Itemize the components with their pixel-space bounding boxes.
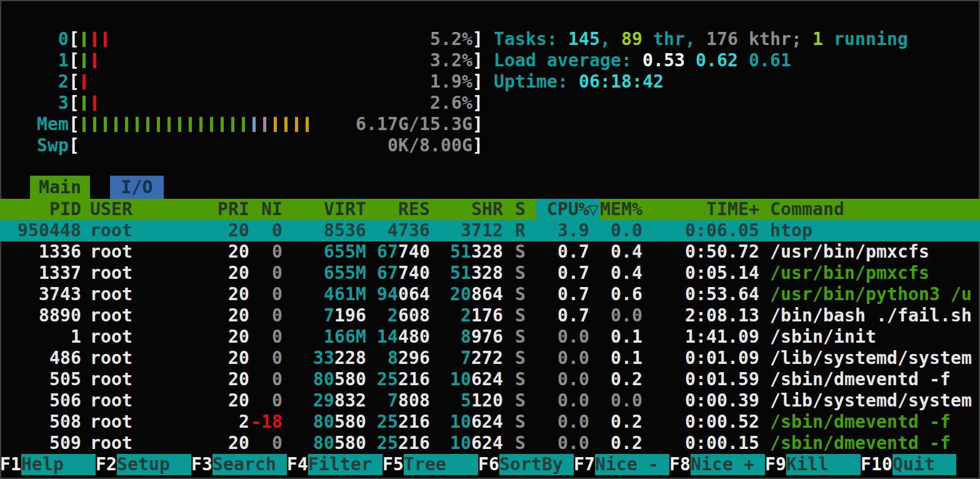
column-header-virt[interactable]: VIRT: [324, 199, 366, 220]
cell-ni: 0: [272, 369, 282, 390]
cell-virt: 80580: [313, 369, 366, 390]
process-row[interactable]: 509root200805802521610624S0.00.20:00.15/…: [0, 433, 980, 454]
column-header-pri[interactable]: PRI: [218, 199, 249, 220]
column-header-pid[interactable]: PID: [49, 199, 81, 220]
text-segment: thr: [642, 29, 685, 49]
cell-user: root: [90, 369, 132, 390]
memory-meter: Mem[6.17G/15.3G]: [0, 114, 980, 135]
cell-cmd: /sbin/dmeventd -f: [770, 433, 951, 454]
column-header-ni[interactable]: NI: [261, 199, 282, 220]
cell-mem: 0.2: [611, 411, 642, 433]
text-segment: 216: [398, 411, 430, 432]
cell-shr: 20864: [450, 284, 503, 305]
column-header-res[interactable]: RES: [398, 199, 430, 220]
text-segment: 3712: [461, 220, 503, 241]
cell-shr: 7272: [461, 348, 503, 369]
cell-user: root: [90, 433, 132, 454]
cell-pid: 505: [49, 369, 81, 390]
text-segment: 461M: [324, 284, 366, 305]
process-row[interactable]: 950448root200853647363712R3.90.00:06.05h…: [0, 220, 980, 241]
fkey-f4[interactable]: F4: [287, 454, 308, 475]
process-row[interactable]: 486root2003322882967272S0.00.10:01.09/li…: [0, 348, 980, 369]
fkey-label-help[interactable]: Help: [21, 454, 96, 475]
fkey-f5[interactable]: F5: [382, 454, 404, 475]
process-row[interactable]: 1336root200655M6774051328S0.70.40:50.72/…: [0, 241, 980, 263]
cell-cpu: 0.7: [558, 305, 589, 326]
cell-cpu: 0.7: [558, 284, 589, 305]
cell-cpu: 0.0: [558, 411, 589, 433]
cell-pri: 20: [228, 390, 249, 411]
fkey-f6[interactable]: F6: [478, 454, 499, 475]
column-header-cpu[interactable]: CPU%: [547, 199, 589, 220]
column-header-time[interactable]: TIME+: [706, 199, 759, 220]
text-segment: 0.53: [642, 50, 696, 71]
cell-res: 4736: [388, 220, 430, 241]
process-row[interactable]: 8890root200719626082176S0.70.02:08.13/bi…: [0, 305, 980, 326]
text-segment: 0:05.14: [685, 263, 759, 283]
cell-time: 2:08.13: [685, 305, 759, 326]
tab-main[interactable]: Main: [30, 176, 90, 199]
cell-user: root: [90, 220, 132, 241]
fkey-label-sortby[interactable]: SortBy: [499, 454, 574, 475]
fkey-f10[interactable]: F10: [861, 454, 892, 475]
cell-pid: 950448: [18, 220, 81, 241]
fkey-label-tree[interactable]: Tree: [404, 454, 478, 475]
text-segment: 1: [71, 326, 81, 347]
text-segment: S: [515, 241, 526, 262]
process-row[interactable]: 505root200805802521610624S0.00.20:01.59/…: [0, 369, 980, 390]
column-header-mem[interactable]: MEM%: [600, 199, 642, 220]
text-segment: 20: [228, 348, 249, 368]
process-row[interactable]: 1337root200655M6774051328S0.70.40:05.14/…: [0, 263, 980, 284]
meter-tick-green: [199, 117, 202, 132]
text-segment: 740: [398, 263, 430, 283]
meter-tick-green: [104, 117, 107, 132]
cell-time: 0:06.05: [685, 220, 759, 241]
text-segment: 740: [398, 241, 430, 262]
fkey-label-setup[interactable]: Setup: [117, 454, 191, 475]
process-row[interactable]: 508root2-18805802521610624S0.00.20:00.52…: [0, 411, 980, 433]
column-header-cmd[interactable]: Command: [770, 199, 844, 220]
text-segment: 0.7: [558, 284, 589, 305]
meter-tick-green: [242, 117, 245, 132]
cell-user: root: [90, 263, 132, 284]
fkey-label-kill[interactable]: Kill: [786, 454, 861, 475]
tab-io[interactable]: I/O: [110, 176, 164, 199]
fkey-f3[interactable]: F3: [191, 454, 212, 475]
fkey-label-nice[interactable]: Nice +: [691, 454, 765, 475]
text-segment: root: [90, 305, 132, 326]
fkey-label-search[interactable]: Search: [212, 454, 287, 475]
text-segment: /lib/systemd/system: [770, 348, 972, 368]
column-header-user[interactable]: USER: [90, 199, 132, 220]
meter-open-bracket: [: [69, 93, 79, 114]
fkey-f7[interactable]: F7: [574, 454, 595, 475]
fkey-f1[interactable]: F1: [0, 454, 21, 475]
fkey-f2[interactable]: F2: [96, 454, 117, 475]
cell-user: root: [90, 390, 132, 411]
fkey-f9[interactable]: F9: [765, 454, 786, 475]
fkey-f8[interactable]: F8: [669, 454, 691, 475]
meter-tick-green: [82, 117, 86, 132]
cell-time: 1:41.09: [685, 326, 759, 348]
text-segment: 0.7: [558, 241, 589, 262]
text-segment: root: [90, 390, 132, 411]
cpu-meter-3: 3[2.6%]: [0, 93, 980, 114]
fkey-label-quit[interactable]: Quit: [892, 454, 956, 475]
fkey-label-nice[interactable]: Nice -: [595, 454, 669, 475]
process-row[interactable]: 3743root200461M9406420864S0.70.60:53.64/…: [0, 284, 980, 305]
meter-close-bracket: ]: [472, 93, 483, 114]
text-segment: 1337: [39, 263, 81, 283]
process-row[interactable]: 1root200166M144808976S0.00.11:41.09/sbin…: [0, 326, 980, 348]
text-segment: 0.0: [558, 326, 589, 347]
text-segment: 506: [49, 390, 81, 411]
process-row[interactable]: 506root2002983278085120S0.00.00:00.39/li…: [0, 390, 980, 411]
cell-res: 25216: [377, 369, 430, 390]
text-segment: 0.2: [611, 369, 642, 390]
cell-mem: 0.2: [611, 433, 642, 454]
text-segment: 176 kthr: [706, 29, 791, 49]
cell-pri: 20: [228, 369, 249, 390]
column-header-shr[interactable]: SHR: [471, 199, 503, 220]
fkey-label-filter[interactable]: Filter: [308, 454, 382, 475]
cell-s: S: [515, 369, 526, 390]
column-header-s[interactable]: S: [515, 199, 526, 220]
text-segment: 509: [49, 433, 81, 453]
